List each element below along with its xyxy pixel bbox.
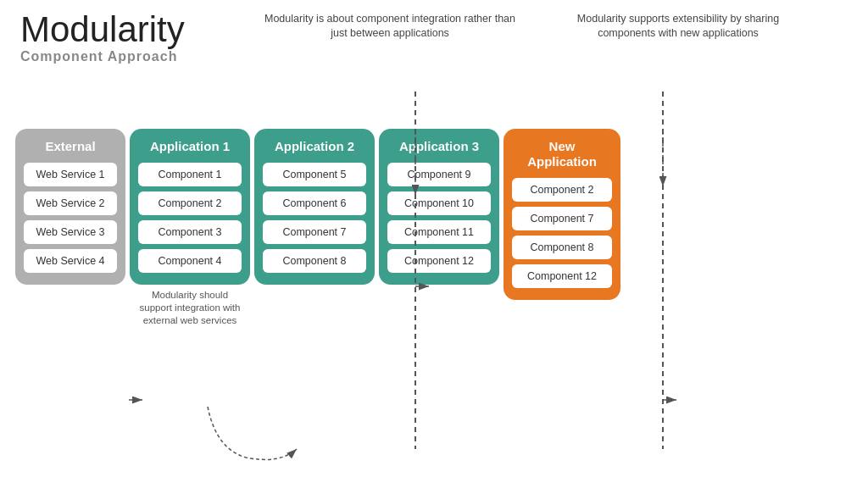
item-ws1: Web Service 1 [24, 163, 117, 186]
item-c2: Component 2 [138, 191, 242, 215]
item-c8: Component 8 [263, 249, 366, 273]
item-c5: Component 5 [263, 163, 366, 186]
col-box-app2: Application 2 Component 5 Component 6 Co… [254, 129, 375, 285]
diagram: External Web Service 1 Web Service 2 Web… [15, 92, 860, 480]
col-header-external: External [45, 139, 95, 154]
annotation-middle: Modularity is about component integratio… [263, 12, 517, 41]
item-nc8: Component 8 [512, 236, 612, 259]
item-c1: Component 1 [138, 163, 242, 186]
item-ws3: Web Service 3 [24, 220, 117, 244]
col-app3: Application 3 Component 9 Component 10 C… [379, 92, 499, 285]
item-c6: Component 6 [263, 191, 366, 215]
col-external: External Web Service 1 Web Service 2 Web… [15, 92, 125, 285]
item-nc2: Component 2 [512, 178, 612, 202]
col-box-app1: Application 1 Component 1 Component 2 Co… [130, 129, 250, 285]
col-header-app2: Application 2 [275, 139, 354, 154]
item-c4: Component 4 [138, 249, 242, 273]
item-c11: Component 11 [387, 220, 491, 244]
col-app2: Application 2 Component 5 Component 6 Co… [254, 92, 375, 285]
item-nc12: Component 12 [512, 264, 612, 288]
page: Modularity Component Approach Modularity… [0, 0, 868, 488]
bottom-annotation: Modularity should support integration wi… [139, 289, 241, 327]
item-c7: Component 7 [263, 220, 366, 244]
col-header-new: NewApplication [527, 139, 597, 169]
col-app1: Application 1 Component 1 Component 2 Co… [130, 92, 250, 327]
item-nc7: Component 7 [512, 207, 612, 230]
col-new: NewApplication Component 2 Component 7 C… [504, 92, 620, 300]
sub-title: Component Approach [20, 49, 185, 64]
col-box-app3: Application 3 Component 9 Component 10 C… [379, 129, 499, 285]
col-box-external: External Web Service 1 Web Service 2 Web… [15, 129, 125, 285]
col-header-app1: Application 1 [150, 139, 230, 154]
col-header-app3: Application 3 [399, 139, 479, 154]
main-title: Modularity [20, 12, 185, 47]
item-c10: Component 10 [387, 191, 491, 215]
col-box-new: NewApplication Component 2 Component 7 C… [504, 129, 620, 300]
item-ws4: Web Service 4 [24, 249, 117, 273]
annotation-right: Modularity supports extensibility by sha… [576, 12, 780, 41]
item-c9: Component 9 [387, 163, 491, 186]
item-ws2: Web Service 2 [24, 191, 117, 215]
title-area: Modularity Component Approach [20, 12, 185, 64]
item-c3: Component 3 [138, 220, 242, 244]
item-c12: Component 12 [387, 249, 491, 273]
